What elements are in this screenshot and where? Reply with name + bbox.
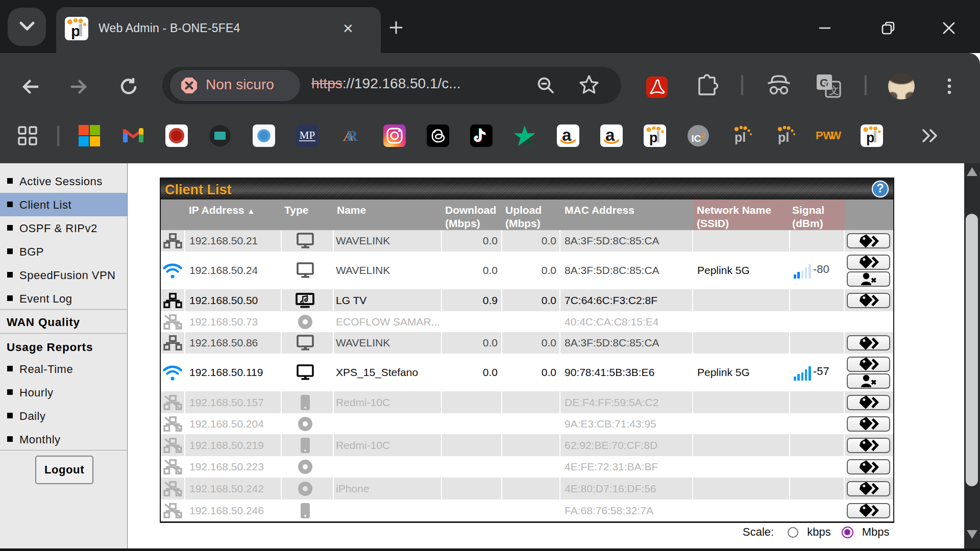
svg-text:p: p	[71, 22, 80, 39]
svg-text:文: 文	[829, 85, 839, 96]
svg-text:p: p	[866, 130, 875, 145]
svg-text:p: p	[649, 130, 658, 145]
svg-text:pl: pl	[778, 130, 789, 144]
svg-text:pl: pl	[734, 130, 746, 144]
svg-text:G: G	[820, 77, 828, 89]
